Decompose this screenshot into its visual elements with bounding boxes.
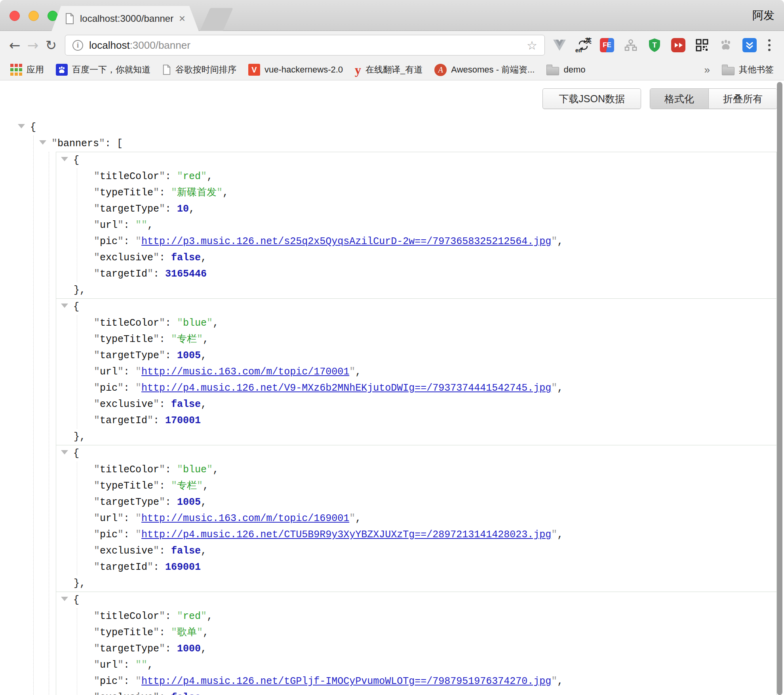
- tab-close-icon[interactable]: ×: [179, 12, 185, 25]
- format-collapse-group: 格式化 折叠所有: [650, 88, 777, 109]
- browser-tab[interactable]: localhost:3000/banner ×: [51, 6, 199, 31]
- page-info-icon[interactable]: i: [72, 40, 83, 51]
- format-button[interactable]: 格式化: [650, 89, 709, 109]
- json-field-exclusive: "exclusive": false,: [94, 396, 776, 412]
- json-field-targetType: "targetType": 1005,: [94, 348, 776, 364]
- fast-forward-icon[interactable]: [671, 38, 686, 53]
- json-field-typeTitle: "typeTitle": "专栏",: [94, 331, 776, 348]
- bookmark-star-icon[interactable]: ☆: [527, 38, 537, 52]
- youdao-y-icon: y: [355, 65, 361, 75]
- bookmark-google-sort[interactable]: 谷歌按时间排序: [162, 64, 236, 76]
- collapse-all-button[interactable]: 折叠所有: [709, 89, 777, 109]
- json-url-link[interactable]: http://p4.music.126.net/tGPljf-IMOCyPvum…: [141, 676, 551, 687]
- collapse-toggle-icon[interactable]: [61, 450, 68, 454]
- browser-menu-icon[interactable]: [763, 39, 775, 51]
- json-viewer: { "banners": [ {"titleColor": "red","typ…: [0, 119, 784, 695]
- json-object-open: {: [61, 592, 776, 608]
- vue-devtools-icon[interactable]: [552, 38, 567, 53]
- close-window-button[interactable]: [10, 11, 20, 21]
- translate-icon[interactable]: 英 en: [576, 38, 591, 53]
- tab-title: localhost:3000/banner: [80, 13, 176, 24]
- json-field-pic: "pic": "http://p4.music.126.net/tGPljf-I…: [94, 673, 776, 689]
- json-field-targetId: "targetId": 3165446: [94, 266, 776, 282]
- json-field-pic: "pic": "http://p4.music.126.net/V9-MXz6b…: [94, 380, 776, 396]
- json-field-exclusive: "exclusive": false,: [94, 543, 776, 559]
- json-object-close: },: [74, 429, 776, 445]
- json-field-url: "url": "http://music.163.com/m/topic/170…: [94, 364, 776, 380]
- qr-code-icon[interactable]: [695, 38, 710, 53]
- json-field-targetType: "targetType": 10,: [94, 201, 776, 217]
- json-field-typeTitle: "typeTitle": "新碟首发",: [94, 185, 776, 201]
- json-url-link[interactable]: http://p4.music.126.net/CTU5B9R9y3XyYBZX…: [141, 529, 551, 540]
- url-path: :3000/banner: [130, 39, 190, 52]
- json-url-link[interactable]: http://music.163.com/m/topic/169001: [141, 513, 349, 524]
- collapse-toggle-icon[interactable]: [18, 124, 25, 128]
- json-field-exclusive: "exclusive": false,: [94, 689, 776, 695]
- json-field-targetType: "targetType": 1000,: [94, 641, 776, 657]
- other-bookmarks-folder[interactable]: 其他书签: [722, 64, 774, 76]
- json-url-link[interactable]: http://p3.music.126.net/s25q2x5QyqsAzilC…: [141, 236, 551, 247]
- json-banner-object: {"titleColor": "blue","typeTitle": "专栏",…: [56, 299, 776, 445]
- bookmark-apps[interactable]: 应用: [10, 64, 44, 76]
- new-tab-button[interactable]: [200, 8, 233, 31]
- bookmark-vue-hackernews[interactable]: V vue-hackernews-2.0: [248, 64, 343, 76]
- page-icon: [162, 64, 171, 75]
- download-chevrons-icon[interactable]: [742, 38, 757, 53]
- reload-button[interactable]: ↻: [42, 37, 60, 53]
- json-banner-object: {"titleColor": "red","typeTitle": "歌单","…: [56, 592, 776, 695]
- shield-t-icon[interactable]: T: [647, 38, 662, 53]
- collapse-toggle-icon[interactable]: [61, 304, 68, 308]
- json-object-open: {: [61, 152, 776, 168]
- baidu-paw-icon: [56, 64, 68, 76]
- sitemap-icon[interactable]: [623, 38, 638, 53]
- json-field-titleColor: "titleColor": "blue",: [94, 462, 776, 478]
- vue-v-icon: V: [248, 64, 260, 76]
- profile-name[interactable]: 阿发: [752, 8, 774, 23]
- json-field-typeTitle: "typeTitle": "专栏",: [94, 478, 776, 494]
- url-host: localhost: [89, 39, 130, 52]
- json-array-box: {"titleColor": "red","typeTitle": "新碟首发"…: [56, 152, 777, 695]
- json-url-link[interactable]: http://music.163.com/m/topic/170001: [141, 366, 349, 378]
- json-object-open: {: [61, 445, 776, 462]
- json-banner-object: {"titleColor": "red","typeTitle": "新碟首发"…: [56, 152, 776, 299]
- collapse-toggle-icon[interactable]: [61, 157, 68, 161]
- address-bar[interactable]: i localhost :3000/banner ☆: [65, 35, 545, 55]
- json-root-open: {: [18, 119, 784, 136]
- json-object-close: },: [74, 282, 776, 298]
- json-field-pic: "pic": "http://p3.music.126.net/s25q2x5Q…: [94, 233, 776, 250]
- json-field-url: "url": "",: [94, 657, 776, 673]
- bookmark-baidu[interactable]: 百度一下，你就知道: [56, 64, 150, 76]
- json-field-url: "url": "http://music.163.com/m/topic/169…: [94, 510, 776, 527]
- json-field-titleColor: "titleColor": "red",: [94, 168, 776, 185]
- json-field-targetId: "targetId": 170001: [94, 412, 776, 429]
- bookmark-demo-folder[interactable]: demo: [546, 65, 585, 75]
- collapse-toggle-icon[interactable]: [61, 597, 68, 601]
- paw-icon[interactable]: [718, 38, 733, 53]
- json-field-titleColor: "titleColor": "blue",: [94, 315, 776, 331]
- extension-icons: 英 en FE T: [552, 38, 757, 53]
- back-button[interactable]: ←: [6, 37, 24, 53]
- browser-toolbar: ← → ↻ i localhost :3000/banner ☆ 英 en FE: [0, 31, 784, 59]
- json-object-open: {: [61, 299, 776, 315]
- fe-extension-icon[interactable]: FE: [599, 38, 615, 53]
- vertical-scrollbar-thumb[interactable]: [777, 82, 782, 695]
- bookmark-awesomes[interactable]: A Awesomes - 前端资...: [434, 64, 535, 76]
- collapse-toggle-icon[interactable]: [39, 140, 46, 145]
- json-banners-key: "banners": [: [39, 136, 784, 152]
- minimize-window-button[interactable]: [29, 11, 39, 21]
- forward-button[interactable]: →: [24, 37, 42, 53]
- folder-icon: [546, 67, 559, 75]
- bookmark-youdao[interactable]: y 在线翻译_有道: [355, 64, 422, 76]
- json-field-targetId: "targetId": 169001: [94, 559, 776, 575]
- json-url-link[interactable]: http://p4.music.126.net/V9-MXz6b2MNhEKju…: [141, 382, 551, 394]
- awesomes-a-icon: A: [434, 64, 447, 76]
- window-controls: [10, 11, 58, 21]
- json-object-close: },: [74, 575, 776, 592]
- bookmarks-overflow-chevron[interactable]: »: [704, 64, 710, 76]
- json-field-url: "url": "",: [94, 217, 776, 233]
- download-json-button[interactable]: 下载JSON数据: [542, 88, 641, 109]
- json-field-pic: "pic": "http://p4.music.126.net/CTU5B9R9…: [94, 527, 776, 543]
- json-field-exclusive: "exclusive": false,: [94, 250, 776, 266]
- folder-icon: [722, 67, 735, 75]
- apps-grid-icon: [10, 64, 22, 76]
